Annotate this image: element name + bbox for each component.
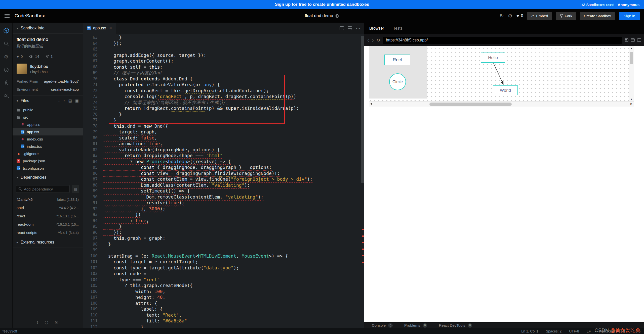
- dependency-react[interactable]: react^16.13.1 (16...: [13, 212, 83, 220]
- author-block[interactable]: lloydzhou Lloyd Zhou: [13, 62, 83, 74]
- fullscreen-icon[interactable]: [637, 38, 641, 42]
- file-item-app.css[interactable]: #app.css: [13, 121, 83, 128]
- refresh-icon[interactable]: ↻: [500, 13, 504, 19]
- file-item-index.tsx[interactable]: TSindex.tsx: [13, 143, 83, 150]
- code-line[interactable]: 83 return droppingNode.shape === "html": [83, 153, 364, 159]
- promo-banner[interactable]: Sign up for free to create unlimited san…: [0, 0, 644, 9]
- logo[interactable]: CodeSandbox: [15, 13, 45, 19]
- pane-layout-icon[interactable]: [348, 26, 352, 30]
- upload-icon[interactable]: ↑: [63, 99, 65, 103]
- code-line[interactable]: 93 }): [83, 212, 364, 218]
- code-line[interactable]: 80 scaled: false,: [83, 135, 364, 141]
- code-line[interactable]: 81 animation: true,: [83, 141, 364, 147]
- add-dependency-input[interactable]: [16, 185, 70, 193]
- code-line[interactable]: 105 ? this.graph.createNode({: [83, 282, 364, 289]
- code-line[interactable]: 106 width: 100,: [83, 289, 364, 295]
- file-item-package.json[interactable]: npackage.json: [13, 157, 83, 165]
- github-icon[interactable]: [0, 64, 13, 75]
- close-icon[interactable]: ×: [109, 26, 112, 31]
- commit-hash[interactable]: fee699dff: [0, 329, 17, 333]
- file-item-index.css[interactable]: #index.css: [13, 135, 83, 143]
- preview-tab-tests[interactable]: Tests: [393, 26, 403, 31]
- code-line[interactable]: 92 }, 3000);: [83, 206, 364, 212]
- stencil-circle[interactable]: Circle: [389, 73, 406, 90]
- embed-button[interactable]: ↗Embed: [527, 12, 552, 20]
- sign-in-button[interactable]: Sign in: [619, 12, 640, 20]
- back-icon[interactable]: ‹: [367, 37, 369, 43]
- section-files[interactable]: ▾ Files ↓ ↑ ▤ ▣: [13, 95, 83, 106]
- create-sandbox-button[interactable]: Create Sandbox: [580, 12, 615, 20]
- code-line[interactable]: 96 });: [83, 229, 364, 235]
- code-line[interactable]: 110 text: "Rect",: [83, 312, 364, 318]
- author-username[interactable]: lloydzhou: [30, 64, 48, 69]
- url-bar[interactable]: https://34h8h5.csb.app/: [383, 37, 622, 44]
- status-item[interactable]: LF: [587, 329, 591, 333]
- node-world[interactable]: World: [493, 85, 518, 95]
- devtools-react-devtools[interactable]: React DevTools0: [439, 323, 472, 328]
- code-line[interactable]: 87 const contentElem = view.findOne("for…: [83, 176, 364, 182]
- code-line[interactable]: 100 startDrag = (e: React.MouseEvent<HTM…: [83, 253, 364, 259]
- environment-value[interactable]: create-react-app: [51, 87, 79, 91]
- code-line[interactable]: 94 : true;: [83, 218, 364, 224]
- twitter-icon[interactable]: t: [37, 320, 38, 325]
- section-external-resources[interactable]: ▸ External resources: [13, 237, 83, 248]
- scroll-thumb[interactable]: [630, 52, 633, 64]
- code-line[interactable]: 84 ? new Promise<boolean>((resolve) => {: [83, 159, 364, 165]
- code-line[interactable]: 71 protected isInsideValidArea(p: any) {: [83, 82, 364, 88]
- code-line[interactable]: 99: [83, 247, 364, 253]
- section-dependencies[interactable]: ▾ Dependencies: [13, 172, 83, 183]
- devtools-problems[interactable]: Problems0: [404, 323, 427, 328]
- code-editor[interactable]: 63 }64 });6566 graph.addEdge({ source, t…: [83, 34, 364, 328]
- code-line[interactable]: 103 const node =: [83, 271, 364, 277]
- code-line[interactable]: 91 resolve(true);: [83, 200, 364, 206]
- deployment-rocket-icon[interactable]: [0, 77, 13, 88]
- code-line[interactable]: 82 validateNode(droppingNode, options) {: [83, 147, 364, 153]
- new-file-icon[interactable]: ▤: [68, 99, 72, 103]
- more-options-icon[interactable]: ⋯: [356, 25, 360, 31]
- forward-icon[interactable]: ›: [372, 37, 374, 43]
- promo-text[interactable]: Sign up for free to create unlimited san…: [275, 2, 369, 7]
- forked-from-value[interactable]: aged-leftpad-tm9pq7: [44, 79, 79, 83]
- file-item-.gitignore[interactable]: ◆.gitignore: [13, 150, 83, 157]
- scroll-down-icon[interactable]: ▼: [629, 98, 634, 101]
- code-line[interactable]: 98 }: [83, 241, 364, 247]
- code-line[interactable]: 78 this.dnd = new Dnd({: [83, 123, 364, 129]
- mail-icon[interactable]: ✉: [55, 320, 58, 325]
- graph-vertical-scrollbar[interactable]: ▲ ▼: [629, 46, 634, 101]
- code-line[interactable]: 76 }: [83, 111, 364, 117]
- open-window-icon[interactable]: [631, 38, 635, 42]
- status-item[interactable]: Spaces: 2: [546, 329, 561, 333]
- x6-graph-canvas[interactable]: Hello World Rect Circle: [369, 46, 629, 101]
- code-line[interactable]: 69 // 继承一下内置的Dnd: [83, 70, 364, 76]
- code-line[interactable]: 63 }: [83, 34, 364, 40]
- scroll-thumb[interactable]: [429, 103, 512, 106]
- code-line[interactable]: 112 },: [83, 324, 364, 328]
- fork-button[interactable]: Fork: [556, 12, 576, 20]
- download-icon[interactable]: ↓: [58, 99, 60, 103]
- scroll-left-icon[interactable]: ◀: [370, 102, 372, 105]
- code-line[interactable]: 75 return !dragRect.containsPoint(p) && …: [83, 105, 364, 111]
- file-item-app.tsx[interactable]: TSapp.tsx: [13, 128, 83, 135]
- tab-app-tsx[interactable]: TS app.tsx ×: [83, 23, 116, 34]
- file-item-tsconfig.json[interactable]: TStsconfig.json: [13, 165, 83, 172]
- code-line[interactable]: 108 attrs: {: [83, 300, 364, 306]
- file-item-src[interactable]: src: [13, 114, 83, 121]
- code-line[interactable]: 109 label: {: [83, 306, 364, 312]
- code-line[interactable]: 111 fill: "#6a6c8a": [83, 318, 364, 324]
- dependency-@antv/x6[interactable]: @antv/x6latest (1.33.1): [13, 195, 83, 204]
- config-gear-icon[interactable]: ⚙: [0, 51, 13, 62]
- code-line[interactable]: 79 target: graph,: [83, 129, 364, 135]
- open-devtools-icon[interactable]: [625, 38, 628, 42]
- code-line[interactable]: 95 }: [83, 223, 364, 229]
- code-line[interactable]: 86 const view = draggingGraph.findView(d…: [83, 170, 364, 176]
- code-line[interactable]: 77 }: [83, 117, 364, 123]
- code-line[interactable]: 66 graph.addEdge({ source, target });: [83, 52, 364, 58]
- file-item-public[interactable]: public: [13, 106, 83, 114]
- code-line[interactable]: 102 const type = target.getAttribute("da…: [83, 265, 364, 271]
- code-line[interactable]: 70 class Dnd extends Addon.Dnd {: [83, 76, 364, 82]
- globe-icon[interactable]: [335, 14, 339, 18]
- code-line[interactable]: 74 // 如果还未拖出当前区域，就不在画布上生成节点: [83, 100, 364, 106]
- graph-horizontal-scrollbar[interactable]: ◀ ▶: [369, 101, 634, 107]
- editor-scrollbar[interactable]: [361, 36, 364, 183]
- code-line[interactable]: 107 height: 40,: [83, 294, 364, 300]
